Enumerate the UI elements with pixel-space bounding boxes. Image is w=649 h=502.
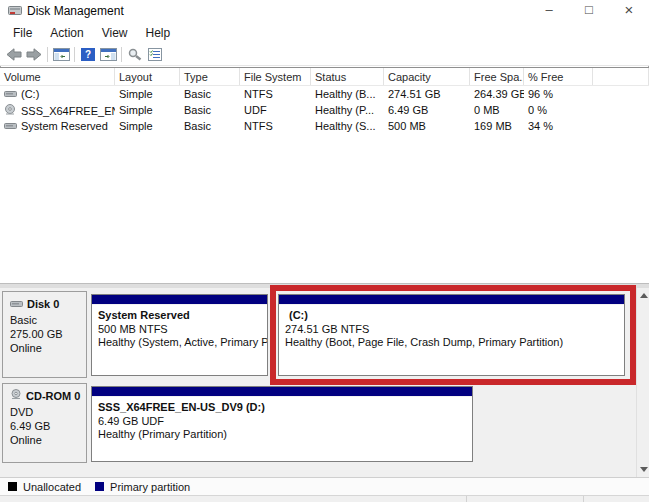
close-button[interactable]: × <box>609 0 649 22</box>
partition-system-reserved[interactable]: System Reserved 500 MB NTFS Healthy (Sys… <box>91 294 268 376</box>
unallocated-color-swatch <box>8 482 17 491</box>
volume-table-header: Volume Layout Type File System Status Ca… <box>0 68 649 86</box>
volume-list-pane: Volume Layout Type File System Status Ca… <box>0 67 649 283</box>
forward-icon[interactable] <box>24 45 44 64</box>
partition-detail: 500 MB NTFS <box>98 323 267 337</box>
graphical-view-pane: Disk 0 Basic 275.00 GB Online System Res… <box>0 288 649 477</box>
cd-rom-icon <box>10 389 22 403</box>
column-header-layout[interactable]: Layout <box>115 68 180 85</box>
column-header-pct-free[interactable]: % Free <box>524 68 593 85</box>
show-action-pane-icon[interactable] <box>98 45 118 64</box>
partition-title: (C:) <box>285 309 624 323</box>
cd-rom-icon <box>4 104 17 115</box>
properties-icon[interactable] <box>145 45 165 64</box>
column-header-file-system[interactable]: File System <box>240 68 311 85</box>
toolbar-separator <box>47 47 48 62</box>
partition-status: Healthy (System, Active, Primary Par <box>98 336 267 350</box>
volume-row-dvd[interactable]: SSS_X64FREE_EN-... Simple Basic UDF Heal… <box>0 102 649 118</box>
toolbar-separator <box>121 47 122 62</box>
partition-status: Healthy (Primary Partition) <box>98 428 472 442</box>
legend-primary-partition-label: Primary partition <box>110 481 190 493</box>
legend-unallocated-label: Unallocated <box>23 481 81 493</box>
minimize-button[interactable]: – <box>529 0 569 22</box>
cdrom-0-kind: DVD <box>10 405 84 419</box>
help-icon[interactable]: ? <box>78 45 98 64</box>
back-icon[interactable] <box>4 45 24 64</box>
column-header-capacity[interactable]: Capacity <box>384 68 470 85</box>
volume-row-system-reserved[interactable]: System Reserved Simple Basic NTFS Health… <box>0 118 649 134</box>
volume-row-c[interactable]: (C:) Simple Basic NTFS Healthy (B... 274… <box>0 86 649 102</box>
disk-0-size: 275.00 GB <box>10 327 84 341</box>
toolbar: ? <box>0 43 649 66</box>
menu-help[interactable]: Help <box>137 24 180 42</box>
column-header-status[interactable]: Status <box>311 68 384 85</box>
partition-color-strip <box>279 295 624 305</box>
disk-0-kind: Basic <box>10 313 84 327</box>
menu-file[interactable]: File <box>4 24 41 42</box>
disk-0-state: Online <box>10 341 84 355</box>
column-header-filler <box>593 68 649 85</box>
scroll-down-icon[interactable] <box>640 467 648 472</box>
magnifier-icon[interactable] <box>125 45 145 64</box>
column-header-volume[interactable]: Volume <box>0 68 115 85</box>
window-title: Disk Management <box>27 4 124 18</box>
disk-management-app-icon <box>8 4 22 19</box>
partition-d[interactable]: SSS_X64FREE_EN-US_DV9 (D:) 6.49 GB UDF H… <box>91 386 473 462</box>
vertical-scrollbar[interactable] <box>636 288 649 477</box>
status-strip <box>0 495 649 502</box>
partition-detail: 6.49 GB UDF <box>98 415 472 429</box>
partition-detail: 274.51 GB NTFS <box>285 323 624 337</box>
cdrom-0-name: CD-ROM 0 <box>26 389 80 403</box>
legend-bar: Unallocated Primary partition <box>0 477 649 495</box>
maximize-button[interactable]: □ <box>569 0 609 22</box>
hard-disk-icon <box>4 121 17 130</box>
menu-action[interactable]: Action <box>41 24 92 42</box>
scroll-up-icon[interactable] <box>640 293 648 298</box>
status-separator <box>583 496 584 502</box>
menu-bar: File Action View Help <box>0 22 649 43</box>
toolbar-separator <box>74 47 75 62</box>
partition-color-strip <box>92 387 472 397</box>
menu-view[interactable]: View <box>93 24 137 42</box>
cdrom-0-panel[interactable]: CD-ROM 0 DVD 6.49 GB Online <box>2 383 87 463</box>
partition-title: SSS_X64FREE_EN-US_DV9 (D:) <box>98 401 472 415</box>
partition-color-strip <box>92 295 267 305</box>
show-console-tree-icon[interactable] <box>51 45 71 64</box>
title-bar: Disk Management – □ × <box>0 0 649 22</box>
disk-0-name: Disk 0 <box>27 297 59 311</box>
cdrom-0-state: Online <box>10 433 84 447</box>
hard-disk-icon <box>4 89 17 98</box>
column-header-type[interactable]: Type <box>180 68 240 85</box>
partition-status: Healthy (Boot, Page File, Crash Dump, Pr… <box>285 336 624 350</box>
cdrom-0-size: 6.49 GB <box>10 419 84 433</box>
partition-c[interactable]: (C:) 274.51 GB NTFS Healthy (Boot, Page … <box>278 294 625 376</box>
disk-management-window: Disk Management – □ × File Action View H… <box>0 0 649 502</box>
disk-0-panel[interactable]: Disk 0 Basic 275.00 GB Online <box>2 291 87 378</box>
hard-disk-icon <box>10 297 23 311</box>
column-header-free-space[interactable]: Free Spa... <box>470 68 524 85</box>
status-separator <box>466 496 467 502</box>
primary-partition-color-swatch <box>95 482 104 491</box>
partition-title: System Reserved <box>98 309 267 323</box>
